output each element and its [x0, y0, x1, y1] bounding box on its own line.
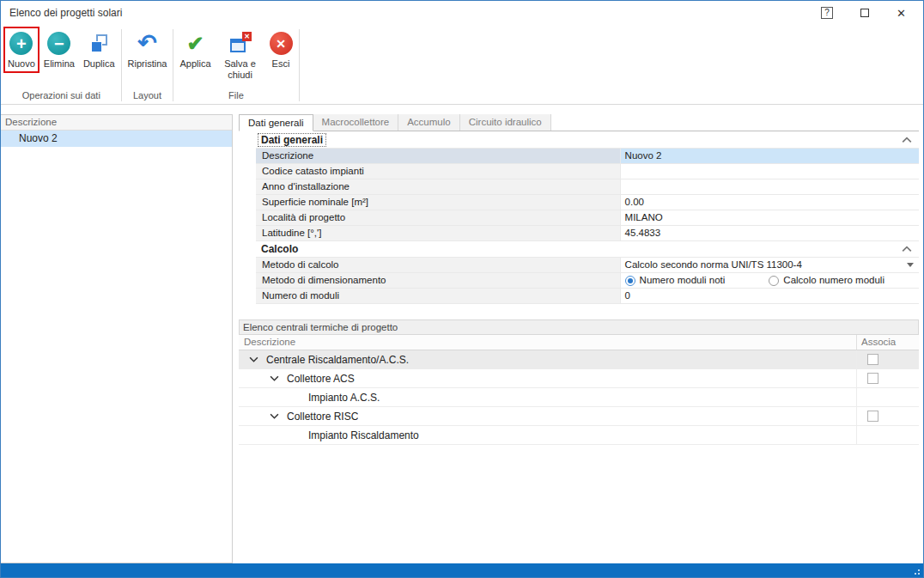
radio-checked-icon[interactable]: [625, 276, 635, 286]
section-title: Calcolo: [258, 242, 301, 256]
associa-checkbox[interactable]: [867, 411, 878, 422]
field-label: Codice catasto impianti: [256, 164, 621, 179]
detail-panel: Dati generali Macrocollettore Accumulo C…: [239, 114, 919, 563]
tab-accumulo[interactable]: Accumulo: [398, 114, 460, 131]
property-grid: Dati generali Descrizione Nuovo 2 Codice…: [239, 132, 919, 304]
radio-unchecked-icon[interactable]: [769, 276, 779, 286]
tree-row-impianto-riscaldamento[interactable]: Impianto Riscaldamento: [239, 426, 919, 445]
field-label: Anno d'installazione: [256, 179, 621, 194]
tree-row-label: Collettore ACS: [287, 373, 355, 385]
tree-row-centrale-riscaldamento[interactable]: Centrale Riscaldamento/A.C.S.: [239, 350, 919, 369]
form-row-superficie-nominale[interactable]: Superficie nominale [m²] 0.00: [256, 195, 919, 210]
project-list-panel: Descrizione Nuovo 2: [1, 114, 233, 563]
field-value: 0.00: [625, 195, 644, 210]
tab-macrocollettore[interactable]: Macrocollettore: [313, 114, 399, 131]
toolbar-group-file: ✔ Applica ✕ Salva e chiudi ✕ Esci File: [175, 27, 296, 104]
toolbar-separator: [299, 29, 300, 101]
numero-moduli-field[interactable]: 0: [621, 289, 919, 303]
section-header-calcolo[interactable]: Calcolo: [239, 241, 919, 257]
project-list-header[interactable]: Descrizione: [1, 115, 232, 131]
chevron-up-icon[interactable]: [902, 246, 912, 252]
statusbar: [1, 563, 923, 577]
tree-row-collettore-acs[interactable]: Collettore ACS: [239, 369, 919, 388]
project-list-item[interactable]: Nuovo 2: [1, 131, 232, 147]
esci-button-label: Esci: [272, 58, 290, 70]
radio-calcolo-numero-moduli[interactable]: Calcolo numero moduli: [769, 273, 884, 288]
salva-e-chiudi-button[interactable]: ✕ Salva e chiudi: [216, 27, 265, 83]
codice-catasto-field[interactable]: [621, 164, 919, 179]
close-button[interactable]: ✕: [897, 7, 906, 20]
anno-installazione-field[interactable]: [621, 179, 919, 194]
field-value: MILANO: [625, 210, 663, 225]
maximize-button[interactable]: [860, 9, 869, 17]
form-row-anno-installazione[interactable]: Anno d'installazione: [256, 179, 919, 195]
elimina-button-label: Elimina: [44, 58, 75, 70]
field-label: Descrizione: [256, 149, 621, 163]
associa-checkbox[interactable]: [867, 354, 878, 365]
tab-dati-generali[interactable]: Dati generali: [239, 114, 313, 131]
toolbar-group-label-file: File: [175, 89, 296, 104]
metodo-calcolo-dropdown[interactable]: Calcolo secondo norma UNI/TS 11300-4: [621, 258, 919, 272]
chevron-up-icon[interactable]: [902, 137, 912, 143]
form-row-numero-di-moduli[interactable]: Numero di moduli 0: [256, 289, 919, 304]
field-label: Latitudine [°,']: [256, 226, 621, 240]
nuovo-button[interactable]: + Nuovo: [3, 27, 40, 73]
associa-checkbox[interactable]: [867, 373, 878, 384]
radio-label: Calcolo numero moduli: [783, 273, 884, 288]
form-row-localita-progetto[interactable]: Località di progetto MILANO: [256, 210, 919, 226]
tree-row-label: Collettore RISC: [287, 411, 358, 423]
help-icon: ?: [821, 7, 833, 19]
help-button[interactable]: ?: [821, 7, 833, 19]
field-label: Metodo di dimensionamento: [256, 273, 621, 288]
tab-circuito-idraulico[interactable]: Circuito idraulico: [460, 114, 551, 131]
field-label: Numero di moduli: [256, 289, 621, 303]
radio-label: Numero moduli noti: [640, 273, 726, 288]
chevron-down-icon[interactable]: [270, 413, 279, 419]
dropdown-arrow-icon[interactable]: [907, 263, 914, 267]
esci-button[interactable]: ✕ Esci: [265, 27, 297, 73]
chevron-down-icon[interactable]: [270, 375, 279, 381]
ripristina-button[interactable]: ↶ Ripristina: [124, 27, 172, 73]
latitudine-field[interactable]: 45.4833: [621, 226, 919, 240]
field-label: Superficie nominale [m²]: [256, 195, 621, 210]
close-icon: ✕: [897, 7, 906, 20]
save-close-icon: ✕: [228, 32, 252, 55]
chevron-down-icon[interactable]: [249, 356, 258, 362]
tree-row-impianto-acs[interactable]: Impianto A.C.S.: [239, 388, 919, 407]
applica-button[interactable]: ✔ Applica: [175, 27, 215, 73]
radio-numero-moduli-noti[interactable]: Numero moduli noti: [625, 273, 769, 288]
form-row-metodo-di-calcolo[interactable]: Metodo di calcolo Calcolo secondo norma …: [256, 258, 919, 273]
nuovo-button-label: Nuovo: [8, 58, 35, 70]
descrizione-field[interactable]: Nuovo 2: [621, 149, 919, 163]
form-row-descrizione[interactable]: Descrizione Nuovo 2: [256, 149, 919, 164]
resize-grip[interactable]: [911, 566, 921, 575]
form-row-codice-catasto[interactable]: Codice catasto impianti: [256, 164, 919, 179]
field-value: 0: [625, 289, 630, 303]
duplica-button[interactable]: Duplica: [79, 27, 119, 73]
field-value: Nuovo 2: [625, 149, 662, 163]
column-header-associa[interactable]: Associa: [856, 335, 919, 350]
toolbar: + Nuovo − Elimina Duplica Operazioni sui…: [1, 25, 923, 105]
plus-circle-icon: +: [9, 32, 33, 55]
superficie-nominale-field[interactable]: 0.00: [621, 195, 919, 210]
titlebar: Elenco dei progetti solari ? ✕: [1, 1, 923, 25]
undo-icon: ↶: [137, 32, 157, 55]
toolbar-group-label-layout: Layout: [124, 89, 172, 104]
elimina-button[interactable]: − Elimina: [40, 27, 79, 73]
section-title: Dati generali: [258, 133, 326, 147]
form-row-latitudine[interactable]: Latitudine [°,'] 45.4833: [256, 226, 919, 241]
field-label: Località di progetto: [256, 210, 621, 225]
column-header-descrizione[interactable]: Descrizione: [239, 335, 856, 350]
tree-row-label: Impianto A.C.S.: [308, 392, 380, 404]
minus-circle-icon: −: [47, 32, 70, 55]
dropdown-value: Calcolo secondo norma UNI/TS 11300-4: [625, 258, 802, 272]
section-header-dati-generali[interactable]: Dati generali: [239, 132, 919, 148]
duplica-button-label: Duplica: [83, 58, 115, 70]
applica-button-label: Applica: [179, 58, 210, 70]
tree-row-collettore-risc[interactable]: Collettore RISC: [239, 407, 919, 426]
tree-row-label: Centrale Riscaldamento/A.C.S.: [266, 354, 409, 366]
localita-progetto-field[interactable]: MILANO: [621, 210, 919, 225]
exit-icon: ✕: [270, 32, 293, 55]
window-title: Elenco dei progetti solari: [9, 7, 122, 19]
titlebar-buttons: ? ✕: [821, 7, 915, 20]
